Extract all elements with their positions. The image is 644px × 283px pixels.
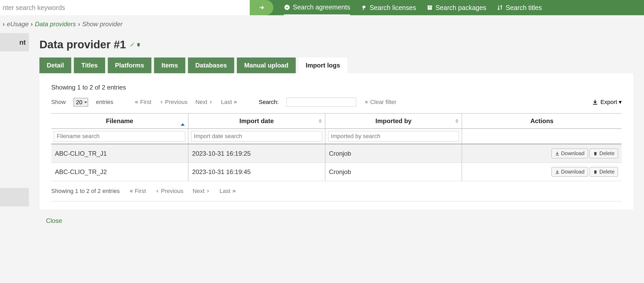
th-filename-label: Filename bbox=[106, 117, 133, 124]
table-row: ABC-CLIO_TR_J1 2023-10-31 16:19:25 Cronj… bbox=[51, 144, 622, 163]
pager-last-label: Last bbox=[219, 188, 231, 195]
cell-imported-by: Cronjob bbox=[325, 163, 462, 181]
sort-icon bbox=[455, 119, 458, 123]
filter-imported-by-input[interactable] bbox=[328, 131, 459, 142]
pager-next[interactable]: Next bbox=[195, 99, 213, 106]
topnav-search-licenses[interactable]: Search licenses bbox=[361, 0, 416, 15]
pager-last-label: Last bbox=[221, 99, 232, 106]
download-icon bbox=[555, 170, 560, 174]
cell-actions: Download Delete bbox=[462, 163, 622, 181]
topnav-search-packages[interactable]: Search packages bbox=[427, 0, 486, 15]
pager-first-bottom[interactable]: First bbox=[129, 188, 146, 195]
archive-icon bbox=[427, 4, 433, 11]
page-title: Data provider #1 bbox=[39, 38, 126, 51]
topnav-search-agreements[interactable]: Search agreements bbox=[284, 0, 350, 15]
entries-info-top: Showing 1 to 2 of 2 entries bbox=[51, 84, 622, 91]
pencil-icon[interactable] bbox=[130, 42, 135, 47]
th-imported-by[interactable]: Imported by bbox=[325, 113, 462, 129]
sidebar-stub2[interactable] bbox=[0, 188, 29, 206]
download-label: Download bbox=[561, 169, 585, 175]
download-icon bbox=[592, 99, 598, 105]
delete-button[interactable]: Delete bbox=[590, 149, 618, 158]
breadcrumb-data-providers[interactable]: Data providers bbox=[35, 20, 76, 28]
tab-titles[interactable]: Titles bbox=[74, 57, 105, 73]
cell-imported-by: Cronjob bbox=[325, 144, 462, 163]
filter-import-date-input[interactable] bbox=[191, 131, 322, 142]
import-logs-table: Filename Import date Imported by Ac bbox=[51, 113, 622, 181]
pager-previous-label: Previous bbox=[161, 188, 183, 195]
th-imported-by-label: Imported by bbox=[375, 117, 411, 124]
pager-last-bottom[interactable]: Last bbox=[219, 188, 236, 195]
topnav-label: Search agreements bbox=[293, 3, 350, 11]
tabs: Detail Titles Platforms Items Databases … bbox=[39, 57, 633, 73]
download-icon bbox=[555, 151, 560, 156]
cell-filename: ABC-CLIO_TR_J2 bbox=[51, 163, 188, 181]
tab-platforms[interactable]: Platforms bbox=[108, 57, 152, 73]
clear-filter-button[interactable]: Clear filter bbox=[364, 99, 396, 106]
pager-first[interactable]: First bbox=[134, 99, 151, 106]
entries-info-bottom: Showing 1 to 2 of 2 entries bbox=[51, 188, 120, 195]
pager-next-label: Next bbox=[193, 188, 205, 195]
chevron-left-icon bbox=[155, 189, 160, 193]
pager-last[interactable]: Last bbox=[221, 99, 238, 106]
sort-icon bbox=[319, 119, 322, 123]
clear-filter-label: Clear filter bbox=[370, 99, 396, 106]
topnav: Search agreements Search licenses Search… bbox=[284, 0, 542, 15]
tab-databases[interactable]: Databases bbox=[188, 57, 234, 73]
show-label: Show bbox=[51, 99, 66, 106]
entries-label: entries bbox=[96, 99, 113, 106]
tab-items[interactable]: Items bbox=[154, 57, 185, 73]
trash-icon bbox=[593, 151, 598, 156]
download-button[interactable]: Download bbox=[551, 167, 588, 177]
export-button[interactable]: Export ▾ bbox=[592, 99, 622, 106]
chevrons-right-icon bbox=[232, 189, 236, 193]
table-search-input[interactable] bbox=[287, 98, 356, 107]
trash-icon[interactable] bbox=[136, 42, 141, 47]
download-label: Download bbox=[561, 150, 585, 156]
cell-import-date: 2023-10-31 16:19:45 bbox=[188, 163, 325, 181]
topnav-label: Search packages bbox=[436, 4, 486, 12]
pager-next-label: Next bbox=[195, 99, 207, 106]
topnav-label: Search licenses bbox=[370, 4, 416, 12]
pin-icon bbox=[361, 4, 367, 11]
breadcrumb-sep: › bbox=[31, 20, 33, 28]
th-filename[interactable]: Filename bbox=[51, 113, 188, 129]
export-label: Export ▾ bbox=[600, 99, 622, 106]
pager-previous-bottom[interactable]: Previous bbox=[155, 188, 183, 195]
import-logs-panel: Showing 1 to 2 of 2 entries Show 20 entr… bbox=[39, 73, 633, 209]
global-search-submit[interactable] bbox=[250, 0, 273, 15]
pager-first-label: First bbox=[135, 188, 146, 195]
pager-next-bottom[interactable]: Next bbox=[193, 188, 210, 195]
pager-previous[interactable]: Previous bbox=[159, 99, 188, 106]
breadcrumb-sep: › bbox=[78, 20, 80, 28]
page-length-select[interactable]: 20 bbox=[74, 98, 88, 107]
sort-asc-icon bbox=[181, 123, 185, 126]
global-search-wrap bbox=[0, 0, 260, 15]
check-circle-icon bbox=[284, 4, 290, 11]
delete-label: Delete bbox=[599, 150, 615, 156]
filter-filename-input[interactable] bbox=[54, 131, 185, 142]
x-icon bbox=[364, 100, 369, 104]
svg-rect-2 bbox=[428, 7, 432, 10]
tab-import-logs[interactable]: Import logs bbox=[298, 57, 347, 73]
chevrons-right-icon bbox=[233, 100, 238, 104]
download-button[interactable]: Download bbox=[551, 149, 588, 158]
th-import-date[interactable]: Import date bbox=[188, 113, 325, 129]
svg-rect-3 bbox=[429, 8, 431, 8]
topnav-search-titles[interactable]: Search titles bbox=[497, 0, 542, 15]
close-link[interactable]: Close bbox=[39, 209, 69, 227]
tab-detail[interactable]: Detail bbox=[39, 57, 71, 73]
pager-previous-label: Previous bbox=[165, 99, 188, 106]
breadcrumb-sep: › bbox=[3, 20, 5, 28]
trash-icon bbox=[593, 170, 598, 174]
tab-manual-upload[interactable]: Manual upload bbox=[237, 57, 296, 73]
chevron-right-icon bbox=[206, 189, 210, 193]
chevron-left-icon bbox=[159, 100, 164, 104]
page-title-row: Data provider #1 bbox=[39, 38, 633, 51]
th-actions-label: Actions bbox=[530, 117, 554, 124]
delete-button[interactable]: Delete bbox=[590, 167, 618, 177]
chevrons-left-icon bbox=[129, 189, 134, 193]
sidebar-stub[interactable]: nt bbox=[0, 33, 29, 51]
arrow-right-icon bbox=[258, 4, 265, 11]
global-search-input[interactable] bbox=[3, 4, 260, 12]
